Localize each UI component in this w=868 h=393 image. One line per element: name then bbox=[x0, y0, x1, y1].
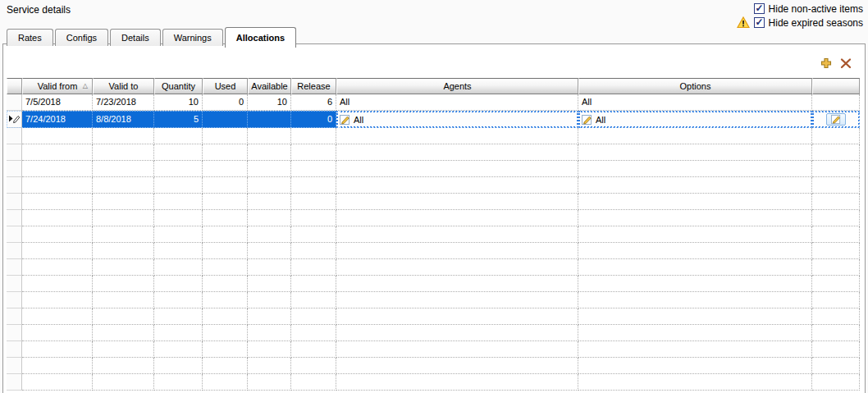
cell-available[interactable]: 10 bbox=[248, 94, 291, 111]
cell-used[interactable]: 0 bbox=[203, 94, 248, 111]
cell-agents[interactable]: All bbox=[336, 94, 578, 111]
row-indicator-cell bbox=[7, 358, 22, 374]
cell-quantity[interactable]: 10 bbox=[154, 94, 203, 111]
empty-table-row[interactable] bbox=[7, 177, 860, 194]
empty-table-row[interactable] bbox=[7, 259, 860, 276]
header-agents[interactable]: Agents bbox=[336, 78, 578, 94]
empty-table-row[interactable] bbox=[7, 243, 860, 259]
cell-release[interactable]: 0 bbox=[291, 111, 336, 128]
empty-table-row[interactable] bbox=[7, 144, 860, 161]
empty-table-row[interactable] bbox=[7, 292, 860, 308]
empty-table-row[interactable] bbox=[7, 358, 860, 374]
editing-row-indicator-icon bbox=[8, 114, 21, 124]
tab-warnings[interactable]: Warnings bbox=[162, 29, 223, 46]
sort-asc-icon: △ bbox=[83, 82, 88, 90]
row-indicator-cell bbox=[7, 325, 22, 341]
header-release[interactable]: Release bbox=[291, 78, 336, 94]
row-indicator-cell bbox=[7, 128, 22, 144]
empty-table-row[interactable] bbox=[7, 276, 860, 292]
empty-table-row[interactable] bbox=[7, 128, 860, 144]
grid-toolbar bbox=[819, 56, 852, 70]
edit-pencil-icon bbox=[582, 114, 593, 126]
cell-available[interactable] bbox=[248, 111, 291, 128]
hide-expired-checkbox[interactable] bbox=[754, 17, 765, 28]
cell-valid-to[interactable]: 8/8/2018 bbox=[93, 111, 154, 128]
cell-valid-to[interactable]: 7/23/2018 bbox=[93, 94, 154, 111]
hide-non-active-label: Hide non-active items bbox=[769, 3, 863, 15]
cell-edit-button[interactable] bbox=[812, 111, 860, 128]
header-edit-column bbox=[812, 78, 860, 94]
cell-valid-from[interactable]: 7/5/2018 bbox=[22, 94, 93, 111]
row-indicator-cell bbox=[7, 341, 22, 358]
add-row-button[interactable] bbox=[819, 56, 833, 70]
header-valid-to[interactable]: Valid to bbox=[93, 78, 154, 94]
row-indicator-cell[interactable] bbox=[7, 111, 22, 128]
hide-non-active-checkbox[interactable] bbox=[754, 3, 765, 14]
allocations-grid: Valid from △ Valid to Quantity Used Avai… bbox=[7, 78, 860, 391]
empty-table-row[interactable] bbox=[7, 308, 860, 325]
empty-table-row[interactable] bbox=[7, 325, 860, 341]
empty-table-row[interactable] bbox=[7, 194, 860, 210]
edit-pencil-icon bbox=[831, 114, 842, 125]
row-indicator-cell bbox=[7, 177, 22, 194]
grid-header: Valid from △ Valid to Quantity Used Avai… bbox=[7, 78, 860, 94]
row-indicator-cell bbox=[7, 210, 22, 226]
delete-row-button[interactable] bbox=[838, 56, 852, 70]
empty-table-row[interactable] bbox=[7, 226, 860, 243]
warning-icon bbox=[737, 16, 750, 29]
row-indicator-cell bbox=[7, 259, 22, 276]
hide-expired-label: Hide expired seasons bbox=[769, 17, 863, 29]
cell-options-editing[interactable]: All bbox=[578, 111, 812, 128]
cell-valid-from[interactable]: 7/24/2018 bbox=[22, 111, 93, 128]
empty-table-row[interactable] bbox=[7, 210, 860, 226]
empty-table-row[interactable] bbox=[7, 341, 860, 358]
row-indicator-cell bbox=[7, 243, 22, 259]
header-available[interactable]: Available bbox=[248, 78, 291, 94]
row-indicator-cell bbox=[7, 161, 22, 177]
row-indicator-cell[interactable] bbox=[7, 94, 22, 111]
header-quantity[interactable]: Quantity bbox=[154, 78, 203, 94]
tab-details[interactable]: Details bbox=[110, 29, 161, 46]
cell-release[interactable]: 6 bbox=[291, 94, 336, 111]
row-indicator-cell bbox=[7, 194, 22, 210]
row-indicator-cell bbox=[7, 226, 22, 243]
header-used[interactable]: Used bbox=[203, 78, 248, 94]
row-indicator-cell bbox=[7, 308, 22, 325]
cross-icon bbox=[839, 57, 852, 70]
empty-table-row[interactable] bbox=[7, 374, 860, 391]
header-valid-from[interactable]: Valid from △ bbox=[22, 78, 93, 94]
open-editor-button[interactable] bbox=[826, 113, 846, 126]
filter-checkboxes: Hide non-active items Hide expired seaso… bbox=[737, 2, 863, 30]
cell-used[interactable] bbox=[203, 111, 248, 128]
table-row-selected[interactable]: 7/24/2018 8/8/2018 5 0 All bbox=[7, 111, 860, 128]
cell-quantity[interactable]: 5 bbox=[154, 111, 203, 128]
header-row-indicator bbox=[7, 78, 22, 94]
allocations-panel: Valid from △ Valid to Quantity Used Avai… bbox=[2, 43, 866, 393]
table-row[interactable]: 7/5/2018 7/23/2018 10 0 10 6 All All bbox=[7, 94, 860, 111]
header-options[interactable]: Options bbox=[578, 78, 812, 94]
row-indicator-cell bbox=[7, 144, 22, 161]
tab-allocations[interactable]: Allocations bbox=[225, 27, 296, 48]
cell-edit[interactable] bbox=[812, 94, 860, 111]
tab-configs[interactable]: Configs bbox=[55, 29, 108, 46]
cell-options[interactable]: All bbox=[578, 94, 812, 111]
row-indicator-cell bbox=[7, 374, 22, 391]
tab-bar: Rates Configs Details Warnings Allocatio… bbox=[7, 25, 298, 46]
page-title: Service details bbox=[7, 4, 71, 16]
plus-icon bbox=[820, 57, 833, 70]
row-indicator-cell bbox=[7, 292, 22, 308]
row-indicator-cell bbox=[7, 276, 22, 292]
tab-rates[interactable]: Rates bbox=[7, 29, 53, 46]
edit-pencil-icon bbox=[340, 114, 351, 126]
cell-agents-editing[interactable]: All bbox=[336, 111, 578, 128]
empty-table-row[interactable] bbox=[7, 161, 860, 177]
